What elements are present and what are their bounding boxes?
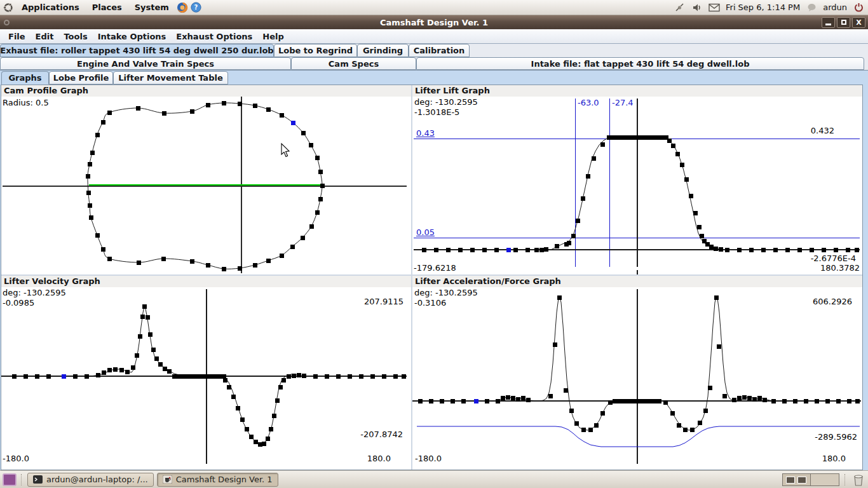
lifter-velocity-panel: Lifter Velocity Graph deg: -130.2595-0.0… bbox=[1, 276, 411, 470]
mini-window-2 bbox=[797, 477, 806, 484]
graphs-frame: Cam Profile Graph Radius: 0.5 Lifter Lif… bbox=[1, 85, 863, 470]
user-status-icon[interactable] bbox=[806, 2, 817, 13]
task-camshaft-design[interactable]: Camshaft Design Ver. 1 bbox=[157, 473, 278, 487]
menu-applications[interactable]: Applications bbox=[17, 1, 85, 13]
menu-places[interactable]: Places bbox=[87, 1, 127, 13]
accel-curve-0 bbox=[417, 297, 860, 430]
menu-help[interactable]: Help bbox=[258, 30, 288, 43]
vel-selected-point-marker[interactable] bbox=[62, 374, 66, 379]
tab-engine-valve-train-specs[interactable]: Engine And Valve Train Specs bbox=[0, 57, 291, 70]
desktop: Applications Places System ? Fri Sep 6, … bbox=[0, 0, 868, 488]
show-desktop-button[interactable] bbox=[3, 473, 17, 486]
tab-lobe-to-regrind[interactable]: Lobe to Regrind bbox=[274, 44, 357, 57]
terminal-icon bbox=[33, 475, 43, 484]
accel-label: 180.0 bbox=[822, 454, 846, 463]
user-name[interactable]: ardun bbox=[823, 3, 847, 12]
tab-lobe-profile[interactable]: Lobe Profile bbox=[49, 71, 113, 85]
lifter-lift-panel: Lifter Lift Graph deg: -130.2595-1.3018E… bbox=[412, 85, 862, 274]
lift-svg bbox=[412, 97, 862, 274]
accel-label: -180.0 bbox=[415, 454, 442, 463]
help-launcher-icon[interactable]: ? bbox=[191, 2, 202, 13]
menu-file[interactable]: File bbox=[4, 30, 30, 43]
accel-label: -289.5962 bbox=[815, 432, 857, 442]
lift-label: -179.6218 bbox=[414, 263, 456, 273]
distro-logo-icon[interactable] bbox=[3, 2, 14, 13]
lift-label: -63.0 bbox=[578, 98, 599, 107]
vel-label: -0.0985 bbox=[3, 298, 34, 308]
lifter-velocity-title: Lifter Velocity Graph bbox=[1, 276, 411, 287]
volume-icon[interactable] bbox=[691, 2, 703, 13]
accel-data-point-markers[interactable] bbox=[418, 295, 860, 432]
menu-tools[interactable]: Tools bbox=[59, 30, 92, 43]
tab-calibration[interactable]: Calibration bbox=[409, 44, 470, 57]
workspace-1[interactable] bbox=[783, 474, 811, 485]
menu-exhaust-options[interactable]: Exhaust Options bbox=[172, 30, 257, 43]
lifter-acceleration-plot[interactable]: deg: -130.2595-0.3106606.2926-289.5962-1… bbox=[412, 287, 862, 470]
workspace-2[interactable] bbox=[811, 474, 839, 485]
vel-label: -207.8742 bbox=[360, 430, 403, 439]
svg-text:?: ? bbox=[194, 4, 198, 11]
app-menubar: File Edit Tools Intake Options Exhaust O… bbox=[0, 29, 868, 44]
cam-profile-title: Cam Profile Graph bbox=[1, 85, 411, 97]
lift-label: 180.3782 bbox=[820, 263, 860, 273]
close-button[interactable]: X bbox=[852, 17, 865, 28]
tab-exhaust-file[interactable]: Exhaust file: roller tappet 430 lift 54 … bbox=[0, 44, 274, 57]
mail-icon[interactable] bbox=[709, 2, 720, 13]
vel-label: deg: -130.2595 bbox=[3, 288, 66, 297]
lifter-acceleration-panel: Lifter Acceleration/Force Graph deg: -13… bbox=[412, 276, 862, 470]
tab-graphs[interactable]: Graphs bbox=[1, 71, 49, 85]
cam-profile-plot[interactable]: Radius: 0.5 bbox=[1, 97, 411, 274]
lifter-lift-title: Lifter Lift Graph bbox=[412, 85, 862, 97]
lifter-velocity-plot[interactable]: deg: -130.2595-0.0985207.9115-207.8742-1… bbox=[1, 287, 411, 470]
lift-label: -27.4 bbox=[612, 98, 634, 107]
vel-label: 180.0 bbox=[367, 454, 391, 463]
mouse-cursor-icon bbox=[281, 144, 289, 156]
network-status-icon[interactable] bbox=[674, 2, 686, 13]
cam-svg bbox=[1, 97, 411, 274]
lifter-lift-plot[interactable]: deg: -130.2595-1.3018E-5-63.0-27.40.430.… bbox=[412, 97, 862, 274]
tab-row-files: Exhaust file: roller tappet 430 lift 54 … bbox=[0, 44, 868, 57]
accel-selected-point-marker[interactable] bbox=[474, 399, 478, 403]
java-app-icon bbox=[163, 475, 172, 484]
trash-icon[interactable] bbox=[851, 473, 865, 487]
accel-curve-1 bbox=[417, 426, 860, 447]
task-terminal[interactable]: ardun@ardun-laptop: /... bbox=[27, 473, 154, 487]
power-icon[interactable] bbox=[853, 2, 864, 13]
cam-profile-panel: Cam Profile Graph Radius: 0.5 bbox=[1, 85, 411, 274]
tab-cam-specs[interactable]: Cam Specs bbox=[291, 57, 416, 70]
desktop-top-panel: Applications Places System ? Fri Sep 6, … bbox=[0, 0, 868, 15]
lift-label: 0.432 bbox=[811, 126, 834, 135]
accel-svg bbox=[412, 287, 862, 470]
window-titlebar[interactable]: Camshaft Design Ver. 1 X bbox=[0, 15, 868, 29]
tab-grinding[interactable]: Grinding bbox=[357, 44, 409, 57]
menu-intake-options[interactable]: Intake Options bbox=[93, 30, 171, 43]
minimize-button[interactable] bbox=[822, 17, 835, 28]
vel-label: 207.9115 bbox=[364, 297, 403, 306]
lifter-acceleration-title: Lifter Acceleration/Force Graph bbox=[412, 276, 862, 287]
lift-selected-point-marker[interactable] bbox=[506, 248, 511, 252]
firefox-launcher-icon[interactable] bbox=[177, 2, 188, 13]
tab-intake-file[interactable]: Intake file: flat tappet 430 lift 54 deg… bbox=[416, 57, 864, 70]
cam-label: Radius: 0.5 bbox=[3, 98, 49, 107]
taskbar: ardun@ardun-laptop: /... Camshaft Design… bbox=[0, 470, 868, 488]
tab-lifter-movement-table[interactable]: Lifter Movement Table bbox=[113, 71, 228, 85]
accel-label: deg: -130.2595 bbox=[414, 288, 478, 297]
vel-svg bbox=[1, 287, 411, 470]
cam-selected-point-marker[interactable] bbox=[291, 121, 295, 125]
mini-window-1 bbox=[786, 477, 795, 484]
tab-row-views: Graphs Lobe Profile Lifter Movement Tabl… bbox=[0, 71, 868, 85]
lift-label: -2.6776E-4 bbox=[811, 254, 856, 263]
workspace-switcher[interactable] bbox=[782, 473, 839, 486]
menu-system[interactable]: System bbox=[130, 1, 174, 13]
accel-label: 606.2926 bbox=[813, 297, 852, 306]
maximize-button[interactable] bbox=[837, 17, 850, 28]
lift-label: 0.05 bbox=[416, 227, 435, 237]
tab-row-specs: Engine And Valve Train Specs Cam Specs I… bbox=[0, 57, 868, 71]
window-title: Camshaft Design Ver. 1 bbox=[0, 18, 868, 27]
lift-label: 0.43 bbox=[416, 128, 435, 138]
menu-edit[interactable]: Edit bbox=[31, 30, 58, 43]
lift-data-point-markers[interactable] bbox=[422, 135, 859, 252]
lift-label: -1.3018E-5 bbox=[414, 107, 459, 117]
clock[interactable]: Fri Sep 6, 1:14 PM bbox=[726, 3, 800, 12]
taskbar-separator-2 bbox=[844, 474, 846, 485]
